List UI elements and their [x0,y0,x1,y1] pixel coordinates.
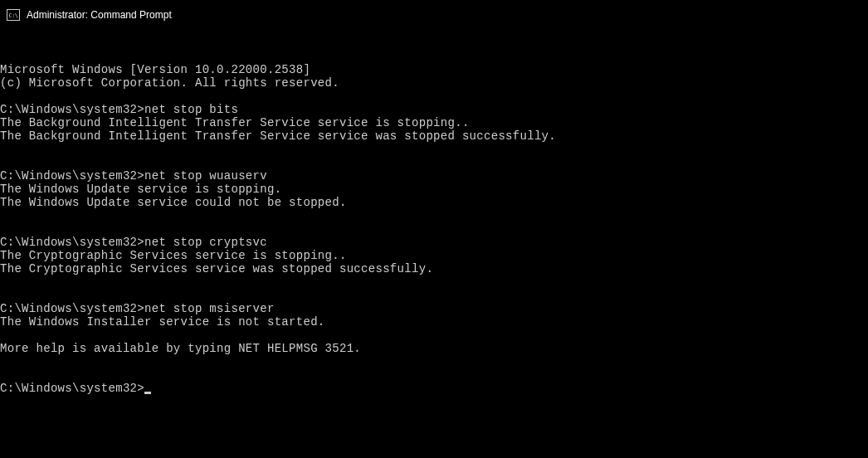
terminal-line [0,329,868,342]
terminal-line: More help is available by typing NET HEL… [0,342,868,355]
terminal-line [0,289,868,302]
terminal-cursor [144,392,151,394]
terminal-line [0,355,868,368]
terminal-line [0,222,868,236]
terminal-line [0,90,868,103]
terminal-line: Microsoft Windows [Version 10.0.22000.25… [0,63,868,76]
terminal-line: C:\Windows\system32>net stop cryptsvc [0,236,868,249]
terminal-output[interactable]: Microsoft Windows [Version 10.0.22000.25… [0,30,868,408]
window-title: Administrator: Command Prompt [27,9,172,21]
terminal-prompt-line: C:\Windows\system32> [0,382,868,395]
terminal-line [0,275,868,289]
terminal-line [0,209,868,222]
terminal-line: The Cryptographic Services service was s… [0,262,868,275]
terminal-line: The Cryptographic Services service is st… [0,249,868,262]
terminal-line: C:\Windows\system32>net stop bits [0,103,868,116]
terminal-line: C:\Windows\system32>net stop msiserver [0,302,868,315]
terminal-line [0,156,868,169]
terminal-line: The Windows Update service is stopping. [0,183,868,196]
terminal-line: The Background Intelligent Transfer Serv… [0,129,868,143]
terminal-line: The Windows Update service could not be … [0,196,868,209]
terminal-line: The Background Intelligent Transfer Serv… [0,116,868,129]
terminal-line: The Windows Installer service is not sta… [0,315,868,329]
terminal-line: (c) Microsoft Corporation. All rights re… [0,76,868,90]
terminal-line [0,368,868,382]
terminal-line: C:\Windows\system32>net stop wuauserv [0,169,868,183]
cmd-icon: C:\ [7,9,20,21]
terminal-line [0,143,868,156]
terminal-prompt: C:\Windows\system32> [0,382,144,395]
window-titlebar[interactable]: C:\ Administrator: Command Prompt [0,0,868,30]
